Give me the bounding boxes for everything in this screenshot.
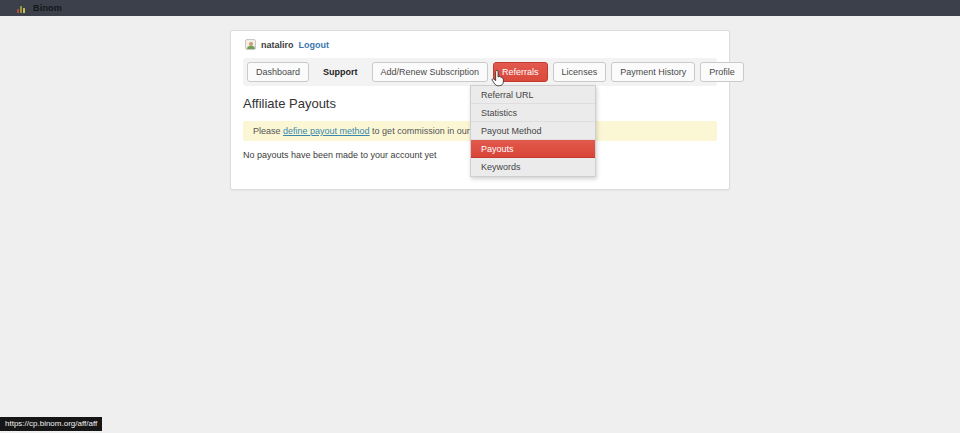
notice-text-prefix: Please <box>253 126 283 136</box>
tab-referrals[interactable]: Referrals <box>493 62 548 82</box>
menu-item-statistics[interactable]: Statistics <box>471 104 595 122</box>
person-icon <box>245 39 256 50</box>
menu-item-payout-method[interactable]: Payout Method <box>471 122 595 140</box>
tab-strip: Dashboard Support Add/Renew Subscription… <box>243 58 717 86</box>
menu-item-keywords[interactable]: Keywords <box>471 158 595 176</box>
define-payout-method-link[interactable]: define payout method <box>283 126 370 136</box>
referrals-dropdown-menu: Referral URL Statistics Payout Method Pa… <box>470 85 596 177</box>
username-label: nataliro <box>261 40 294 50</box>
user-row: nataliro Logout <box>231 31 729 56</box>
top-navbar: Binom <box>0 0 960 16</box>
tab-dashboard[interactable]: Dashboard <box>247 62 309 82</box>
tab-support[interactable]: Support <box>314 62 367 82</box>
link-status-bar: https://cp.binom.org/aff/aff <box>0 417 102 431</box>
menu-item-payouts[interactable]: Payouts <box>471 140 595 158</box>
tab-profile[interactable]: Profile <box>700 62 744 82</box>
logout-link[interactable]: Logout <box>299 40 330 50</box>
tab-payment-history[interactable]: Payment History <box>611 62 695 82</box>
tab-add-renew-subscription[interactable]: Add/Renew Subscription <box>372 62 489 82</box>
menu-item-referral-url[interactable]: Referral URL <box>471 86 595 104</box>
tab-licenses[interactable]: Licenses <box>553 62 607 82</box>
brand-title: Binom <box>33 3 62 13</box>
binom-logo-icon <box>17 4 27 13</box>
